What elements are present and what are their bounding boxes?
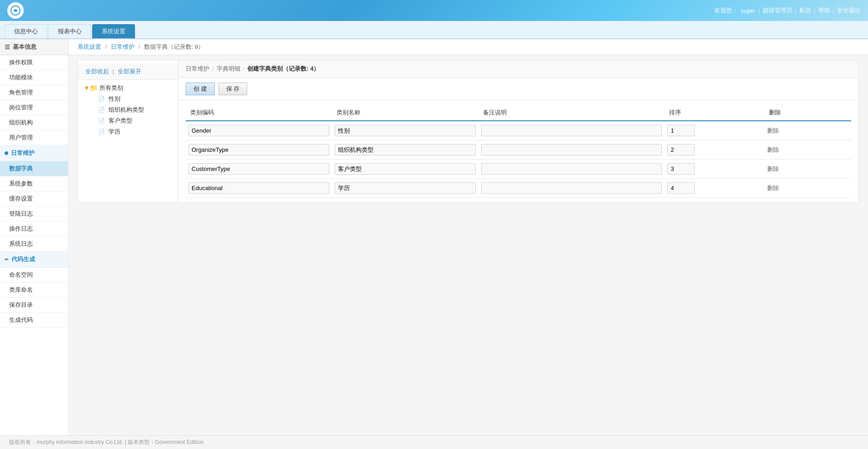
tab-settings[interactable]: 系统设置 bbox=[92, 24, 135, 38]
cell-delete-0: 删除 bbox=[764, 121, 851, 140]
cell-delete-3: 删除 bbox=[764, 179, 851, 198]
input-code-1[interactable] bbox=[188, 144, 329, 155]
sidebar-item-org[interactable]: 组织机构 bbox=[0, 115, 68, 130]
delete-link-1[interactable]: 删除 bbox=[767, 146, 779, 153]
main-layout: ☰ 基本信息 操作权限 功能模块 角色管理 岗位管理 组织机构 用户管理 日常维… bbox=[0, 39, 868, 449]
cell-code-0 bbox=[186, 121, 332, 140]
panel-content: 类别编码 类别名称 备注说明 排序 删除 bbox=[178, 100, 858, 202]
th-code: 类别编码 bbox=[186, 105, 332, 121]
sidebar-item-perm[interactable]: 操作权限 bbox=[0, 55, 68, 70]
tree-root[interactable]: ▼📁 所有类别 bbox=[82, 83, 174, 93]
input-note-0[interactable] bbox=[481, 125, 662, 136]
tree-item-custtype[interactable]: 📄 客户类型 bbox=[89, 115, 174, 126]
sidebar: ☰ 基本信息 操作权限 功能模块 角色管理 岗位管理 组织机构 用户管理 日常维… bbox=[0, 39, 68, 449]
table-row: 删除 bbox=[186, 140, 851, 160]
cell-delete-2: 删除 bbox=[764, 160, 851, 179]
delete-link-3[interactable]: 删除 bbox=[767, 185, 779, 191]
sidebar-item-savedir[interactable]: 保存目录 bbox=[0, 298, 68, 313]
cell-sort-2 bbox=[665, 160, 764, 179]
tree-item-gender[interactable]: 📄 性别 bbox=[89, 93, 174, 104]
sidebar-item-namespace[interactable]: 命名空间 bbox=[0, 268, 68, 283]
tree-item-orgtype[interactable]: 📄 组织机构类型 bbox=[89, 104, 174, 115]
logo bbox=[7, 2, 24, 19]
sidebar-item-dict[interactable]: 数据字典 bbox=[0, 161, 68, 176]
panel-toolbar: 创 建 保 存 bbox=[178, 78, 858, 100]
breadcrumb-daily[interactable]: 日常维护 bbox=[111, 43, 135, 50]
sidebar-item-sysparam[interactable]: 系统参数 bbox=[0, 176, 68, 191]
table-row: 删除 bbox=[186, 121, 851, 140]
panel-tab-sep1: / bbox=[212, 66, 214, 72]
sidebar-codegen-title: 代码生成 bbox=[11, 255, 35, 263]
user-info: 欢迎您： super | 超级管理员 | 私信 | 帮助 | 安全退出 bbox=[714, 6, 861, 15]
tree-panel: 全部收起 | 全部展开 ▼📁 所有类别 📄 性别 bbox=[78, 60, 178, 202]
sidebar-section-basic: ☰ 基本信息 bbox=[0, 39, 68, 55]
input-code-3[interactable] bbox=[188, 182, 329, 194]
cell-name-2 bbox=[332, 160, 478, 179]
input-note-3[interactable] bbox=[481, 182, 662, 194]
sidebar-item-module[interactable]: 功能模块 bbox=[0, 70, 68, 85]
sidebar-item-cache[interactable]: 缓存设置 bbox=[0, 191, 68, 206]
input-note-2[interactable] bbox=[481, 163, 662, 175]
table-row: 删除 bbox=[186, 160, 851, 179]
table-header-row: 类别编码 类别名称 备注说明 排序 删除 bbox=[186, 105, 851, 121]
collapse-all-link[interactable]: 全部收起 bbox=[85, 68, 109, 75]
sidebar-item-classname[interactable]: 类库命名 bbox=[0, 283, 68, 298]
page-footer: 版权所有：murphy information industry Co.Ltd.… bbox=[0, 435, 868, 449]
panel-tab-detail[interactable]: 字典明细 bbox=[217, 65, 240, 73]
input-code-0[interactable] bbox=[188, 125, 329, 136]
breadcrumb-settings[interactable]: 系统设置 bbox=[78, 43, 101, 50]
tree-sep: | bbox=[113, 68, 116, 75]
main-content: 系统设置 / 日常维护 / 数据字典（记录数: 8） 全部收起 | 全部展开 bbox=[68, 39, 868, 449]
tree-controls: 全部收起 | 全部展开 bbox=[78, 64, 178, 80]
form-panel: 日常维护 / 字典明细 / 创建字典类别（记录数: 4） 创 建 保 存 bbox=[178, 60, 858, 202]
role-link[interactable]: 超级管理员 bbox=[763, 6, 792, 15]
input-name-3[interactable] bbox=[335, 182, 476, 194]
input-sort-3[interactable] bbox=[667, 182, 695, 194]
content-area: 全部收起 | 全部展开 ▼📁 所有类别 📄 性别 bbox=[78, 60, 859, 203]
delete-link-2[interactable]: 删除 bbox=[767, 165, 779, 172]
folder-icon: ▼📁 bbox=[83, 84, 98, 92]
input-name-0[interactable] bbox=[335, 125, 476, 136]
logout-link[interactable]: 安全退出 bbox=[837, 6, 861, 15]
cell-sort-3 bbox=[665, 179, 764, 198]
tab-report[interactable]: 报表中心 bbox=[48, 24, 91, 38]
tree-item-edu[interactable]: 📄 学历 bbox=[89, 126, 174, 137]
input-name-1[interactable] bbox=[335, 144, 476, 155]
input-sort-1[interactable] bbox=[667, 144, 695, 155]
input-name-2[interactable] bbox=[335, 163, 476, 175]
help-link[interactable]: 帮助 bbox=[818, 6, 830, 15]
input-note-1[interactable] bbox=[481, 144, 662, 155]
sep4: | bbox=[833, 7, 834, 14]
username: super bbox=[741, 7, 756, 14]
tree-label-custtype: 客户类型 bbox=[109, 117, 132, 124]
profile-link[interactable]: 私信 bbox=[799, 6, 811, 15]
tree-label-orgtype: 组织机构类型 bbox=[109, 106, 144, 113]
data-table: 类别编码 类别名称 备注说明 排序 删除 bbox=[186, 105, 851, 198]
cell-name-0 bbox=[332, 121, 478, 140]
input-sort-2[interactable] bbox=[667, 163, 695, 175]
sidebar-item-syslog[interactable]: 系统日志 bbox=[0, 237, 68, 252]
th-name: 类别名称 bbox=[332, 105, 478, 121]
sidebar-item-role[interactable]: 角色管理 bbox=[0, 85, 68, 100]
create-button[interactable]: 创 建 bbox=[186, 83, 215, 95]
sep1: | bbox=[758, 7, 759, 14]
daily-circle-icon bbox=[5, 151, 8, 155]
cell-delete-1: 删除 bbox=[764, 140, 851, 160]
panel-tab-sep2: / bbox=[243, 66, 245, 72]
expand-all-link[interactable]: 全部展开 bbox=[118, 68, 141, 75]
panel-tab-daily[interactable]: 日常维护 bbox=[186, 65, 209, 73]
sidebar-item-loginlog[interactable]: 登陆日志 bbox=[0, 206, 68, 222]
sidebar-item-user[interactable]: 用户管理 bbox=[0, 130, 68, 145]
breadcrumb-sep2: / bbox=[138, 43, 141, 50]
pencil-icon: ✏ bbox=[5, 257, 9, 263]
cell-note-3 bbox=[478, 179, 665, 198]
save-button[interactable]: 保 存 bbox=[218, 83, 248, 95]
input-code-2[interactable] bbox=[188, 163, 329, 175]
sidebar-item-gencode[interactable]: 生成代码 bbox=[0, 313, 68, 328]
delete-link-0[interactable]: 删除 bbox=[767, 127, 779, 134]
input-sort-0[interactable] bbox=[667, 125, 695, 136]
sidebar-item-oplog[interactable]: 操作日志 bbox=[0, 222, 68, 237]
tab-info[interactable]: 信息中心 bbox=[5, 24, 47, 38]
cell-note-0 bbox=[478, 121, 665, 140]
sidebar-item-position[interactable]: 岗位管理 bbox=[0, 100, 68, 115]
